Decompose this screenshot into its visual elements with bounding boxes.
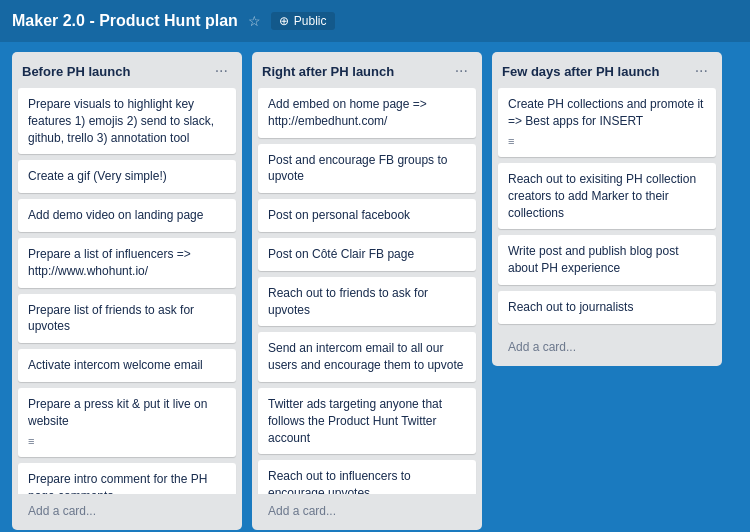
column-title: Before PH launch xyxy=(22,64,130,79)
column-header: Right after PH launch··· xyxy=(252,52,482,88)
column-menu-button[interactable]: ··· xyxy=(691,60,712,82)
card[interactable]: Post and encourage FB groups to upvote xyxy=(258,144,476,194)
add-card-area: Add a card... xyxy=(252,494,482,530)
card[interactable]: Post on Côté Clair FB page xyxy=(258,238,476,271)
card[interactable]: Add demo video on landing page xyxy=(18,199,236,232)
card[interactable]: Prepare a list of influencers => http://… xyxy=(18,238,236,288)
card[interactable]: Create PH collections and promote it => … xyxy=(498,88,716,157)
card[interactable]: Activate intercom welcome email xyxy=(18,349,236,382)
column-title: Right after PH launch xyxy=(262,64,394,79)
card[interactable]: Twitter ads targeting anyone that follow… xyxy=(258,388,476,454)
card[interactable]: Prepare a press kit & put it live on web… xyxy=(18,388,236,457)
card[interactable]: Send an intercom email to all our users … xyxy=(258,332,476,382)
column-cards: Create PH collections and promote it => … xyxy=(492,88,722,330)
column-menu-button[interactable]: ··· xyxy=(211,60,232,82)
column-menu-button[interactable]: ··· xyxy=(451,60,472,82)
card-attachment-icon: ≡ xyxy=(28,434,226,449)
card[interactable]: Post on personal facebook xyxy=(258,199,476,232)
board: Before PH launch···Prepare visuals to hi… xyxy=(0,42,750,532)
add-card-button[interactable]: Add a card... xyxy=(22,500,102,522)
column-cards: Add embed on home page => http://embedhu… xyxy=(252,88,482,494)
board-header: Maker 2.0 - Product Hunt plan ☆ ⊕ Public xyxy=(0,0,750,42)
card[interactable]: Write post and publish blog post about P… xyxy=(498,235,716,285)
column-header: Before PH launch··· xyxy=(12,52,242,88)
card[interactable]: Add embed on home page => http://embedhu… xyxy=(258,88,476,138)
add-card-area: Add a card... xyxy=(12,494,242,530)
star-icon[interactable]: ☆ xyxy=(248,13,261,29)
card[interactable]: Prepare visuals to highlight key feature… xyxy=(18,88,236,154)
globe-icon: ⊕ xyxy=(279,14,289,28)
add-card-area: Add a card... xyxy=(492,330,722,366)
card[interactable]: Prepare list of friends to ask for upvot… xyxy=(18,294,236,344)
card[interactable]: Reach out to exisiting PH collection cre… xyxy=(498,163,716,229)
column-title: Few days after PH launch xyxy=(502,64,660,79)
column-col2: Right after PH launch···Add embed on hom… xyxy=(252,52,482,530)
visibility-badge: ⊕ Public xyxy=(271,12,335,30)
column-col1: Before PH launch···Prepare visuals to hi… xyxy=(12,52,242,530)
card[interactable]: Prepare intro comment for the PH page co… xyxy=(18,463,236,494)
card[interactable]: Reach out to influencers to encourage up… xyxy=(258,460,476,494)
card-attachment-icon: ≡ xyxy=(508,134,706,149)
add-card-button[interactable]: Add a card... xyxy=(502,336,582,358)
column-header: Few days after PH launch··· xyxy=(492,52,722,88)
visibility-label: Public xyxy=(294,14,327,28)
add-card-button[interactable]: Add a card... xyxy=(262,500,342,522)
board-title: Maker 2.0 - Product Hunt plan xyxy=(12,12,238,30)
card[interactable]: Reach out to friends to ask for upvotes xyxy=(258,277,476,327)
card[interactable]: Create a gif (Very simple!) xyxy=(18,160,236,193)
column-col3: Few days after PH launch···Create PH col… xyxy=(492,52,722,366)
card[interactable]: Reach out to journalists xyxy=(498,291,716,324)
column-cards: Prepare visuals to highlight key feature… xyxy=(12,88,242,494)
